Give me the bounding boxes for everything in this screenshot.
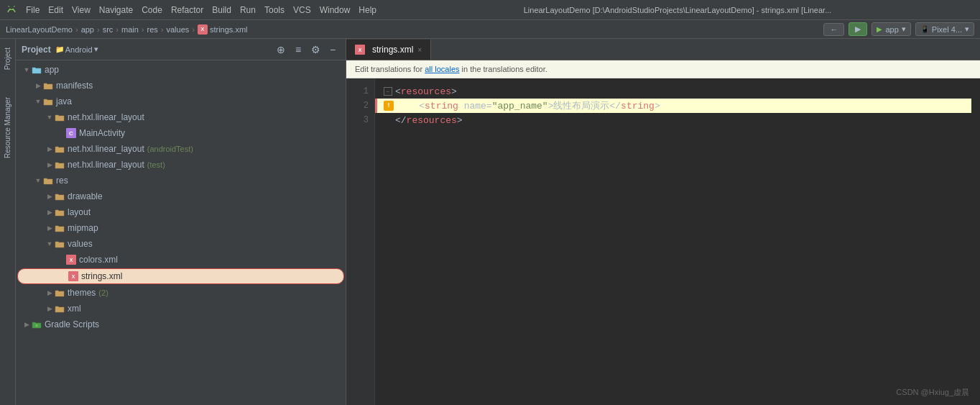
menu-vcs[interactable]: VCS (289, 4, 315, 17)
settings-button[interactable]: ⚙ (308, 42, 323, 57)
tree-arrow-androidtest (45, 144, 55, 154)
svg-line-3 (14, 6, 15, 7)
breadcrumb-main[interactable]: main (121, 25, 139, 34)
editor-tabs: X strings.xml × (346, 39, 980, 60)
tree-arrow-manifests (33, 81, 43, 91)
kotlin-file-icon: C (66, 128, 76, 138)
panel-title: Project (22, 45, 51, 55)
menu-tools[interactable]: Tools (260, 4, 289, 17)
menu-build[interactable]: Build (208, 4, 236, 17)
tab-file-icon: X (355, 45, 365, 55)
tree-label-xml: xml (68, 304, 81, 314)
menu-view[interactable]: View (68, 4, 95, 17)
svg-point-4 (35, 324, 38, 327)
xml-open-bracket-2: < (419, 101, 425, 112)
tree-item-strings-xml[interactable]: X strings.xml (17, 268, 344, 284)
device-selector[interactable]: 📱 Pixel 4... ▾ (915, 22, 974, 36)
xml-close-bracket-1: > (451, 86, 457, 97)
back-button[interactable]: ← (823, 23, 844, 36)
tree-arrow-drawable (45, 191, 55, 201)
tree-arrow-test (45, 160, 55, 170)
breadcrumb-file[interactable]: X strings.xml (198, 24, 248, 35)
xml-tag-string: string (425, 101, 458, 112)
file-tree: app manifests java (16, 60, 346, 405)
line-numbers: 1 2 3 (346, 78, 375, 405)
xml-file-icon: X (198, 24, 208, 35)
watermark: CSDN @Hxiug_虚晨 (896, 387, 969, 398)
tree-item-layout[interactable]: layout (16, 204, 346, 220)
android-logo-icon (6, 4, 17, 16)
menu-run[interactable]: Run (236, 4, 260, 17)
tree-item-values[interactable]: values (16, 236, 346, 252)
editor-tab-strings-xml[interactable]: X strings.xml × (346, 40, 431, 60)
folder-app-icon (32, 65, 42, 75)
menu-file[interactable]: File (22, 4, 44, 17)
collapse-button[interactable]: ≡ (291, 42, 305, 57)
tree-label-gradle-scripts: Gradle Scripts (45, 319, 99, 329)
breadcrumb-values[interactable]: values (166, 25, 189, 34)
tree-item-mainactivity[interactable]: C MainActivity (16, 125, 346, 141)
menu-window[interactable]: Window (315, 4, 355, 17)
tree-label-mainactivity: MainActivity (79, 128, 125, 138)
view-mode-label: Android (65, 45, 93, 54)
app-label: app (885, 25, 898, 34)
svg-point-1 (13, 9, 14, 10)
menu-bar: File Edit View Navigate Code Refactor Bu… (0, 0, 980, 20)
tree-item-drawable[interactable]: drawable (16, 188, 346, 204)
tree-item-package-main[interactable]: net.hxl.linear_layout (16, 109, 346, 125)
breadcrumb-project[interactable]: LinearLayoutDemo (6, 25, 73, 34)
menu-navigate[interactable]: Navigate (95, 4, 137, 17)
xml-colors-icon: X (66, 255, 76, 265)
tree-item-package-android-test[interactable]: net.hxl.linear_layout (androidTest) (16, 141, 346, 157)
tree-item-mipmap[interactable]: mipmap (16, 220, 346, 236)
side-tabs: Project Resource Manager (0, 39, 16, 405)
minimize-button[interactable]: − (325, 42, 340, 57)
view-mode-dropdown[interactable]: 📁 Android ▾ (55, 45, 98, 54)
xml-strings-icon: X (68, 271, 78, 281)
tree-item-themes[interactable]: themes (2) (16, 285, 346, 301)
tree-item-xml[interactable]: xml (16, 301, 346, 317)
folder-mipmap-icon (55, 223, 65, 233)
tree-label-layout: layout (68, 207, 91, 217)
folder-java-icon (43, 96, 53, 106)
tree-item-manifests[interactable]: manifests (16, 78, 346, 94)
sidebar-item-project[interactable]: Project (1, 42, 14, 76)
breadcrumb-res[interactable]: res (147, 25, 158, 34)
xml-bracket-end-open: > (548, 101, 554, 112)
menu-refactor[interactable]: Refactor (167, 4, 208, 17)
xml-open-bracket-1: < (395, 86, 401, 97)
editor-area: X strings.xml × Edit translations for al… (346, 39, 980, 405)
menu-code[interactable]: Code (137, 4, 167, 17)
tab-close-button[interactable]: × (417, 46, 422, 54)
tree-item-java[interactable]: java (16, 94, 346, 109)
tree-arrow-package (45, 112, 55, 122)
folder-res-icon (43, 176, 53, 186)
run-button[interactable]: ▶ (849, 22, 867, 36)
code-line-2: ! <string name="app_name">线性布局演示</string… (375, 99, 971, 113)
tree-label-drawable: drawable (68, 191, 103, 201)
app-dropdown-icon: ▾ (902, 24, 906, 34)
code-content[interactable]: − <resources> ! <string name="app_name">… (375, 78, 980, 405)
tree-item-package-test[interactable]: net.hxl.linear_layout (test) (16, 157, 346, 173)
toolbar-right: ← ▶ ▶ app ▾ 📱 Pixel 4... ▾ (823, 22, 974, 36)
tree-label-themes: themes (68, 288, 96, 298)
sync-button[interactable]: ⊕ (274, 42, 288, 57)
xml-close-tag-bracket: </ (609, 101, 621, 112)
tree-item-gradle-scripts[interactable]: Gradle Scripts (16, 317, 346, 332)
tree-item-colors-xml[interactable]: X colors.xml (16, 252, 346, 268)
translation-link[interactable]: all locales (425, 65, 459, 73)
breadcrumb-src[interactable]: src (103, 25, 114, 34)
tree-label-package-main: net.hxl.linear_layout (68, 112, 144, 122)
menu-help[interactable]: Help (354, 4, 381, 17)
tree-item-res[interactable]: res (16, 173, 346, 188)
tree-sub-androidtest: (androidTest) (147, 145, 193, 153)
tree-label-values: values (68, 239, 93, 249)
folder-xml-icon (55, 304, 65, 314)
app-selector[interactable]: ▶ app ▾ (872, 22, 910, 36)
fold-icon-line1[interactable]: − (384, 87, 392, 96)
menu-edit[interactable]: Edit (44, 4, 68, 17)
tree-item-app[interactable]: app (16, 62, 346, 78)
sidebar-item-resource-manager[interactable]: Resource Manager (1, 91, 14, 164)
window-title: LinearLayoutDemo [D:\AndroidStudioProjec… (381, 6, 974, 14)
breadcrumb-app[interactable]: app (81, 25, 94, 34)
